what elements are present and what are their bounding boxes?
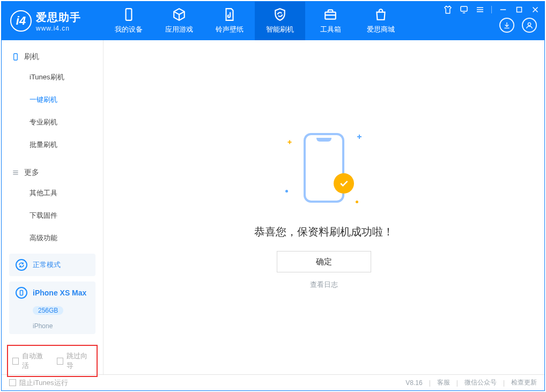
statusbar-right: V8.16 | 客服 | 微信公众号 | 检查更新	[405, 378, 537, 387]
brand-subtitle: www.i4.cn	[36, 25, 81, 32]
svg-point-4	[528, 23, 530, 25]
view-log-link[interactable]: 查看日志	[310, 280, 338, 290]
tab-my-device[interactable]: 我的设备	[104, 2, 154, 40]
shield-refresh-icon	[273, 8, 287, 21]
tab-label: 工具箱	[320, 25, 341, 34]
checkbox-label: 阻止iTunes运行	[19, 378, 68, 388]
download-icon[interactable]	[499, 18, 514, 33]
window-controls	[443, 5, 540, 14]
feedback-icon[interactable]	[459, 5, 469, 14]
tab-smart-flash[interactable]: 智能刷机	[255, 2, 305, 40]
wechat-link[interactable]: 微信公众号	[464, 378, 497, 387]
user-profile-icon[interactable]	[522, 18, 537, 33]
dot-icon	[285, 190, 288, 193]
shirt-icon[interactable]	[443, 5, 453, 14]
tab-toolbox[interactable]: 工具箱	[305, 2, 356, 40]
tab-label: 我的设备	[115, 25, 143, 34]
tab-ringtones-wallpapers[interactable]: 铃声壁纸	[204, 2, 255, 40]
sidebar-item-pro-flash[interactable]: 专业刷机	[2, 111, 103, 134]
nav-heading-label: 刷机	[24, 52, 39, 62]
version-label: V8.16	[405, 379, 422, 387]
phone-outline-icon	[16, 287, 27, 299]
nav-heading-flash: 刷机	[2, 48, 103, 66]
separator: |	[429, 379, 431, 387]
main-content: 恭喜您，保资料刷机成功啦！ 确定 查看日志	[104, 40, 544, 374]
sidebar-item-advanced[interactable]: 高级功能	[2, 227, 103, 249]
phone-small-icon	[11, 53, 20, 61]
checkbox-label: 跳过向导	[67, 351, 92, 371]
device-type: iPhone	[33, 322, 89, 330]
svg-rect-3	[517, 8, 522, 12]
checkbox-block-itunes[interactable]: 阻止iTunes运行	[9, 378, 68, 388]
sidebar-item-other-tools[interactable]: 其他工具	[2, 182, 103, 204]
checkbox-label: 自动激活	[22, 351, 48, 371]
device-cards: 正常模式 iPhone XS Max 256GB iPhone	[2, 249, 103, 342]
tab-label: 爱思商城	[367, 25, 395, 34]
success-illustration	[281, 125, 367, 211]
highlighted-options-box: 自动激活 跳过向导	[7, 345, 98, 377]
tab-apps-games[interactable]: 应用游戏	[154, 2, 204, 40]
shopping-bag-icon	[374, 8, 388, 21]
close-button[interactable]	[530, 5, 540, 14]
mode-card[interactable]: 正常模式	[9, 254, 95, 276]
refresh-icon	[16, 259, 27, 271]
titlebar: i4 爱思助手 www.i4.cn 我的设备 应用游戏	[2, 2, 544, 40]
svg-rect-2	[461, 6, 467, 11]
list-icon	[11, 168, 20, 177]
check-update-link[interactable]: 检查更新	[511, 378, 537, 387]
spark-icon	[357, 135, 361, 139]
app-window: i4 爱思助手 www.i4.cn 我的设备 应用游戏	[1, 1, 545, 391]
sidebar-item-itunes-flash[interactable]: iTunes刷机	[2, 66, 103, 88]
customer-service-link[interactable]: 客服	[437, 378, 450, 387]
minimize-button[interactable]	[498, 5, 508, 14]
svg-rect-5	[14, 54, 18, 60]
checkbox-box-icon	[12, 358, 19, 365]
top-tabs: 我的设备 应用游戏 铃声壁纸 智能刷机	[104, 2, 406, 40]
sidebar-item-download-firmware[interactable]: 下载固件	[2, 204, 103, 227]
tab-label: 铃声壁纸	[216, 25, 244, 34]
device-name: iPhone XS Max	[33, 289, 88, 297]
tab-store[interactable]: 爱思商城	[356, 2, 406, 40]
sidebar-item-batch-flash[interactable]: 批量刷机	[2, 134, 103, 156]
header-right-icons	[499, 18, 537, 33]
separator: |	[456, 379, 458, 387]
check-badge-icon	[334, 173, 354, 194]
mode-label: 正常模式	[33, 260, 61, 270]
brand: i4 爱思助手 www.i4.cn	[2, 10, 104, 32]
phone-icon	[122, 8, 136, 21]
tab-label: 应用游戏	[165, 25, 193, 34]
brand-logo-icon: i4	[10, 10, 32, 32]
cube-icon	[172, 8, 186, 21]
confirm-button-label: 确定	[316, 257, 332, 267]
checkbox-box-icon	[57, 358, 63, 365]
checkbox-box-icon	[9, 379, 16, 386]
nav-section-more: 更多 其他工具 下载固件 高级功能	[2, 156, 103, 249]
svg-rect-6	[20, 291, 23, 295]
sidebar: 刷机 iTunes刷机 一键刷机 专业刷机 批量刷机 更多 其他工具 下载固件 …	[2, 40, 104, 374]
nav-heading-label: 更多	[24, 168, 39, 177]
menu-icon[interactable]	[475, 5, 485, 14]
brand-title: 爱思助手	[36, 10, 81, 25]
nav-heading-more: 更多	[2, 164, 103, 182]
sidebar-item-onekey-flash[interactable]: 一键刷机	[2, 88, 103, 111]
music-file-icon	[223, 8, 237, 21]
checkbox-auto-activate[interactable]: 自动激活	[12, 351, 48, 371]
svg-rect-0	[126, 9, 132, 20]
separator: |	[503, 379, 505, 387]
device-storage-badge: 256GB	[33, 306, 63, 315]
separator	[491, 6, 492, 13]
nav-section-flash: 刷机 iTunes刷机 一键刷机 专业刷机 批量刷机	[2, 40, 103, 156]
toolbox-icon	[323, 8, 337, 21]
success-title: 恭喜您，保资料刷机成功啦！	[254, 225, 394, 239]
maximize-button[interactable]	[514, 5, 524, 14]
checkbox-skip-guide[interactable]: 跳过向导	[57, 351, 93, 371]
tab-label: 智能刷机	[266, 25, 294, 34]
body: 刷机 iTunes刷机 一键刷机 专业刷机 批量刷机 更多 其他工具 下载固件 …	[2, 40, 544, 374]
confirm-button[interactable]: 确定	[277, 251, 371, 272]
spark-icon	[287, 140, 291, 144]
device-card[interactable]: iPhone XS Max 256GB iPhone	[9, 282, 95, 334]
dot-icon	[356, 201, 358, 203]
brand-text: 爱思助手 www.i4.cn	[36, 10, 81, 32]
